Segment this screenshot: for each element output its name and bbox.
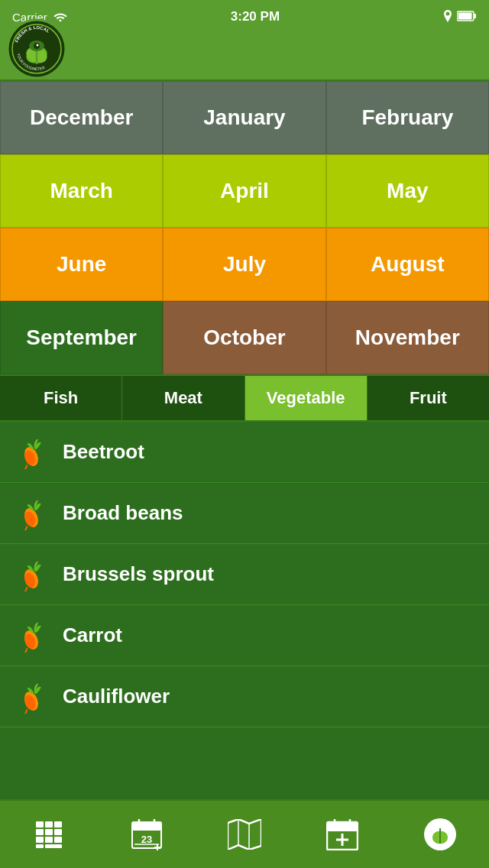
bottom-nav: 23 (0, 799, 489, 868)
app-header: FRESH & LOCAL YOUR FOODMETER (0, 34, 489, 79)
svg-rect-25 (54, 821, 62, 828)
nav-map[interactable] (214, 808, 275, 861)
food-item-name: Carrot (63, 623, 122, 647)
month-cell-september[interactable]: September (0, 301, 163, 374)
month-cell-may[interactable]: May (326, 154, 489, 228)
tab-fish[interactable]: Fish (0, 376, 122, 420)
status-bar: Carrier 3:20 PM (0, 0, 489, 34)
status-time: 3:20 PM (231, 9, 280, 24)
status-right (443, 10, 477, 24)
month-cell-february[interactable]: February (326, 81, 489, 154)
month-cell-january[interactable]: January (163, 81, 325, 154)
add-calendar-icon (325, 818, 359, 851)
month-cell-july[interactable]: July (163, 228, 325, 301)
map-icon (228, 818, 261, 851)
food-item-broad-beans[interactable]: Broad beans (0, 483, 489, 544)
month-cell-october[interactable]: October (163, 301, 325, 374)
svg-rect-46 (327, 822, 358, 831)
svg-rect-28 (54, 829, 62, 835)
food-list: Beetroot Broad beans Brussels sprout (0, 422, 489, 727)
svg-text:23: 23 (141, 834, 152, 845)
svg-rect-30 (45, 837, 53, 843)
food-item-cauliflower[interactable]: Cauliflower (0, 666, 489, 727)
carrot-icon (12, 617, 50, 655)
app-logo: FRESH & LOCAL YOUR FOODMETER (6, 18, 67, 79)
food-item-beetroot[interactable]: Beetroot (0, 422, 489, 483)
svg-marker-42 (228, 819, 261, 850)
food-item-carrot[interactable]: Carrot (0, 605, 489, 666)
svg-rect-29 (36, 837, 44, 843)
svg-rect-2 (458, 12, 472, 19)
calendar-icon: 23 (130, 818, 164, 851)
grid-icon (32, 818, 66, 851)
nav-calendar[interactable]: 23 (116, 808, 177, 861)
carrot-icon (12, 494, 50, 533)
svg-rect-32 (36, 844, 44, 848)
nav-add-calendar[interactable] (312, 808, 373, 861)
svg-rect-35 (132, 822, 161, 831)
svg-rect-33 (45, 844, 62, 848)
food-item-name: Beetroot (63, 440, 144, 464)
carrot-icon (12, 433, 50, 471)
nav-grid[interactable] (18, 808, 79, 861)
svg-rect-1 (474, 14, 476, 18)
food-item-name: Broad beans (63, 501, 183, 525)
svg-rect-26 (36, 829, 44, 835)
battery-icon (457, 11, 477, 24)
month-cell-june[interactable]: June (0, 228, 163, 301)
category-tabs: FishMeatVegetableFruit (0, 374, 489, 422)
month-cell-december[interactable]: December (0, 81, 163, 154)
tab-vegetable[interactable]: Vegetable (245, 376, 368, 420)
month-cell-august[interactable]: August (326, 228, 489, 301)
nav-leaf[interactable] (410, 808, 471, 861)
svg-point-10 (37, 44, 39, 47)
location-icon (443, 10, 452, 24)
svg-rect-23 (36, 821, 44, 828)
month-cell-april[interactable]: April (163, 154, 325, 228)
svg-rect-27 (45, 829, 53, 835)
month-cell-march[interactable]: March (0, 154, 163, 228)
food-item-name: Brussels sprout (63, 562, 214, 586)
tab-fruit[interactable]: Fruit (368, 376, 489, 420)
food-item-name: Cauliflower (63, 685, 170, 708)
carrot-icon (12, 678, 50, 716)
month-cell-november[interactable]: November (326, 301, 489, 374)
svg-rect-24 (45, 821, 53, 828)
tab-meat[interactable]: Meat (122, 376, 244, 420)
calendar-grid: DecemberJanuaryFebruaryMarchAprilMayJune… (0, 79, 489, 374)
food-item-brussels-sprout[interactable]: Brussels sprout (0, 544, 489, 605)
carrot-icon (12, 555, 50, 594)
leaf-icon (423, 818, 457, 851)
svg-rect-31 (54, 837, 62, 843)
